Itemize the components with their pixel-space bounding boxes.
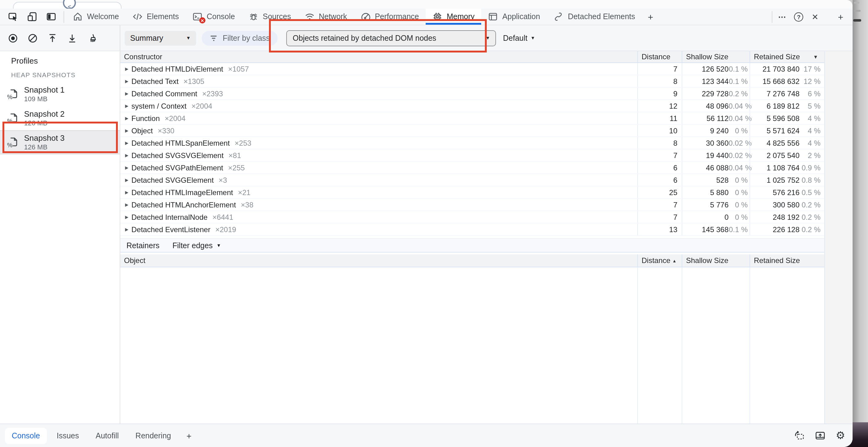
chevron-down-icon: ▼ xyxy=(217,243,221,248)
table-row[interactable]: ▶ Detached InternalNode ×6441 7 0 0 % 24… xyxy=(120,211,824,224)
expand-arrow-icon[interactable]: ▶ xyxy=(123,79,130,84)
device-toolbar-icon[interactable] xyxy=(23,9,41,24)
table-row[interactable]: ▶ Detached EventListener ×2019 13 145 36… xyxy=(120,224,824,236)
retained-size-percent: 0.2 % xyxy=(800,200,824,209)
tab-label: Detached Elements xyxy=(568,12,635,21)
shallow-size-cell: 48 096 xyxy=(682,101,728,110)
drawer-tab-autofill[interactable]: Autofill xyxy=(89,427,126,444)
column-header-retained-size[interactable]: Retained Size ▼ xyxy=(749,51,824,62)
heap-table-body: ▶ Detached HTMLDivElement ×1057 7 126 52… xyxy=(120,63,824,236)
expand-arrow-icon[interactable]: ▶ xyxy=(123,66,130,71)
constructor-name: Detached InternalNode xyxy=(131,213,208,221)
drawer-tab-issues[interactable]: Issues xyxy=(50,427,86,444)
tab-memory[interactable]: Memory xyxy=(426,9,481,25)
save-profile-icon[interactable] xyxy=(64,30,80,46)
shallow-size-percent: 0 % xyxy=(728,126,749,135)
column-header-distance[interactable]: Distance xyxy=(637,51,682,62)
shallow-size-cell: 46 088 xyxy=(682,163,728,172)
table-row[interactable]: ▶ Detached HTMLImageElement ×21 25 5 880… xyxy=(120,186,824,199)
column-header-object[interactable]: Object xyxy=(120,255,637,267)
gauge-icon xyxy=(361,12,370,22)
retained-objects-select[interactable]: Objects retained by detached DOM nodes ▼ xyxy=(286,30,496,46)
tab-sources[interactable]: Sources xyxy=(242,9,298,25)
expand-arrow-icon[interactable]: ▶ xyxy=(123,116,130,121)
expand-arrow-icon[interactable]: ▶ xyxy=(123,227,130,232)
more-tabs-button[interactable]: + xyxy=(642,9,659,25)
clear-brush-icon[interactable] xyxy=(84,30,100,46)
expand-arrow-icon[interactable]: ▶ xyxy=(123,178,130,182)
perspective-select[interactable]: Summary ▼ xyxy=(125,31,196,46)
dock-side-icon[interactable] xyxy=(42,9,60,24)
tab-network[interactable]: Network xyxy=(298,9,354,25)
view-controls: Summary ▼ Filter by class Objects retain… xyxy=(120,30,852,46)
table-row[interactable]: ▶ Object ×330 10 9 240 0 % 5 571 624 4 % xyxy=(120,125,824,137)
load-profile-icon[interactable] xyxy=(44,30,60,46)
filter-edges-select[interactable]: Filter edges ▼ xyxy=(173,241,221,250)
expand-arrow-icon[interactable]: ▶ xyxy=(123,153,130,158)
distance-cell: 25 xyxy=(637,186,682,198)
clear-profiles-icon[interactable] xyxy=(25,30,41,46)
expand-arrow-icon[interactable]: ▶ xyxy=(123,91,130,96)
browser-tab[interactable]: < xyxy=(13,2,122,9)
shallow-size-cell: 229 728 xyxy=(682,89,728,98)
tab-bar-actions: ⋯ ? ✕ + xyxy=(770,9,852,25)
expand-arrow-icon[interactable]: ▶ xyxy=(123,141,130,145)
snapshot-item-2[interactable]: % Snapshot 2 126 MB xyxy=(0,106,120,130)
expand-arrow-icon[interactable]: ▶ xyxy=(123,165,130,170)
tab-detached-elements[interactable]: Detached Elements xyxy=(547,9,642,25)
main-area: Profiles HEAP SNAPSHOTS % Snapshot 1 xyxy=(0,51,852,423)
table-row[interactable]: ▶ Detached SVGPathElement ×255 6 46 088 … xyxy=(120,162,824,174)
filter-placeholder: Filter by class xyxy=(223,34,270,42)
tab-performance[interactable]: Performance xyxy=(354,9,426,25)
table-row[interactable]: ▶ Detached SVGGElement ×3 6 528 0 % 1 02… xyxy=(120,174,824,186)
record-heap-snapshot-icon[interactable] xyxy=(5,30,21,46)
expand-arrow-icon[interactable]: ▶ xyxy=(123,202,130,207)
expand-arrow-icon[interactable]: ▶ xyxy=(123,103,130,108)
drawer-tab-console[interactable]: Console xyxy=(5,427,47,444)
column-header-retained-size[interactable]: Retained Size xyxy=(749,255,824,267)
drawer-tab-bar: Console Issues Autofill Rendering + xyxy=(0,423,852,447)
tab-label: Application xyxy=(502,12,540,21)
table-row[interactable]: ▶ Detached SVGSVGElement ×81 7 19 440 0.… xyxy=(120,149,824,162)
column-header-shallow-size[interactable]: Shallow Size xyxy=(682,255,749,267)
table-row[interactable]: ▶ Detached HTMLAnchorElement ×38 7 5 776… xyxy=(120,199,824,211)
retained-size-percent: 4 % xyxy=(800,114,824,123)
help-icon[interactable]: ? xyxy=(794,12,803,21)
table-row[interactable]: ▶ Detached Comment ×2393 9 229 728 0.2 %… xyxy=(120,88,824,100)
new-tab-icon[interactable]: + xyxy=(838,11,843,22)
shallow-size-percent: 0.1 % xyxy=(728,77,749,86)
table-row[interactable]: ▶ Detached HTMLDivElement ×1057 7 126 52… xyxy=(120,63,824,75)
tab-welcome[interactable]: Welcome xyxy=(66,9,126,25)
restore-frame-icon[interactable] xyxy=(792,427,808,444)
panel-right-gutter xyxy=(825,51,852,423)
import-file-icon[interactable] xyxy=(812,427,829,444)
inspect-element-icon[interactable] xyxy=(4,9,22,24)
settings-gear-icon[interactable]: ⚙ xyxy=(836,429,845,442)
tab-elements[interactable]: Elements xyxy=(126,9,186,25)
column-header-constructor[interactable]: Constructor xyxy=(120,51,637,62)
tab-console[interactable]: ✕ Console xyxy=(186,9,242,25)
drawer-tab-rendering[interactable]: Rendering xyxy=(129,427,178,444)
table-row[interactable]: ▶ Function ×2004 11 56 112 0.04 % 5 596 … xyxy=(120,112,824,125)
expand-arrow-icon[interactable]: ▶ xyxy=(123,190,130,195)
table-row[interactable]: ▶ system / Context ×2004 12 48 096 0.04 … xyxy=(120,100,824,112)
table-row[interactable]: ▶ Detached HTMLSpanElement ×253 8 30 360… xyxy=(120,137,824,149)
more-options-icon[interactable]: ⋯ xyxy=(774,12,790,21)
add-drawer-tab-button[interactable]: + xyxy=(186,430,191,441)
close-devtools-icon[interactable]: ✕ xyxy=(807,12,823,21)
class-filter-input[interactable]: Filter by class xyxy=(202,31,278,46)
expand-arrow-icon[interactable]: ▶ xyxy=(123,214,130,219)
column-header-distance[interactable]: Distance ▲ xyxy=(637,255,682,267)
shallow-size-cell: 56 112 xyxy=(682,114,728,123)
base-snapshot-select[interactable]: Default ▼ xyxy=(503,34,535,42)
retained-size-percent: 0.8 % xyxy=(800,176,824,184)
snapshot-item-3-selected[interactable]: % Snapshot 3 126 MB xyxy=(0,130,120,154)
table-row[interactable]: ▶ Detached Text ×1305 8 123 344 0.1 % 15… xyxy=(120,75,824,88)
edge-dash xyxy=(854,2,859,4)
expand-arrow-icon[interactable]: ▶ xyxy=(123,128,130,133)
column-header-shallow-size[interactable]: Shallow Size xyxy=(682,51,749,62)
tab-application[interactable]: Application xyxy=(482,9,547,25)
constructor-name: Detached HTMLSpanElement xyxy=(131,139,230,147)
tab-label: Console xyxy=(207,12,235,21)
snapshot-item-1[interactable]: % Snapshot 1 109 MB xyxy=(0,82,120,106)
